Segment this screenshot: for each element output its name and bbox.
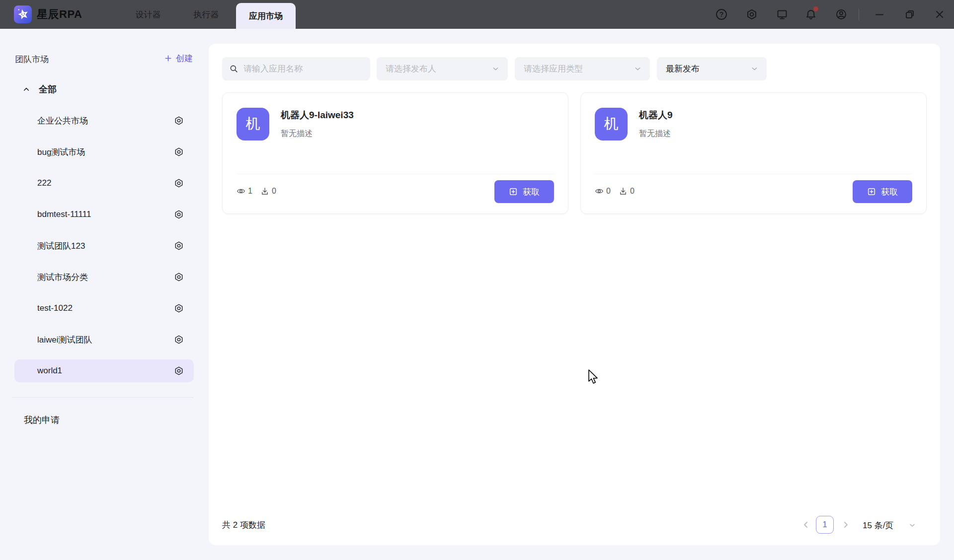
settings-icon[interactable] <box>745 8 758 21</box>
sidebar-item-market[interactable]: test-1022 <box>14 297 194 320</box>
market-settings-icon[interactable] <box>174 335 184 345</box>
market-label: test-1022 <box>37 303 73 313</box>
sidebar-group-all[interactable]: 全部 <box>22 80 57 98</box>
sidebar-divider <box>12 397 194 398</box>
market-settings-icon[interactable] <box>174 241 184 251</box>
sidebar-item-market[interactable]: 测试团队123 <box>14 234 194 257</box>
market-label: 测试市场分类 <box>37 272 88 283</box>
market-label: bug测试市场 <box>37 146 85 158</box>
sidebar-item-market[interactable]: 测试市场分类 <box>14 266 194 288</box>
app-search-field[interactable] <box>222 57 370 80</box>
market-settings-icon[interactable] <box>174 178 184 188</box>
publisher-placeholder: 请选择发布人 <box>386 63 485 74</box>
publisher-select[interactable]: 请选择发布人 <box>377 57 508 80</box>
views-stat: 1 <box>237 187 252 196</box>
market-label: 222 <box>37 178 51 188</box>
market-settings-icon[interactable] <box>174 116 184 126</box>
chevron-up-icon <box>22 85 30 93</box>
sidebar-title: 团队市场 <box>15 54 49 65</box>
app-type-placeholder: 请选择应用类型 <box>524 63 628 74</box>
app-logo-icon <box>14 5 32 23</box>
account-icon[interactable] <box>835 8 848 21</box>
notification-badge-dot <box>813 6 818 11</box>
restore-button[interactable] <box>903 8 916 21</box>
plus-square-icon <box>509 187 518 196</box>
downloads-stat: 0 <box>619 187 635 196</box>
tab-designer[interactable]: 设计器 <box>125 0 171 29</box>
minimize-button[interactable] <box>873 8 886 21</box>
get-app-button[interactable]: 获取 <box>853 180 912 203</box>
card-divider <box>237 174 554 174</box>
market-settings-icon[interactable] <box>174 366 184 376</box>
search-input[interactable] <box>243 64 363 74</box>
card-divider <box>595 174 912 174</box>
sidebar-item-market[interactable]: 企业公共市场 <box>14 109 194 132</box>
sidebar-item-market[interactable]: 222 <box>14 172 194 195</box>
downloads-stat: 0 <box>260 187 276 196</box>
app-description: 暂无描述 <box>281 129 313 139</box>
app-card: 机 机器人9-laiwei33 暂无描述 1 0 获取 <box>222 92 568 214</box>
tab-app-market[interactable]: 应用市场 <box>236 3 296 29</box>
get-app-button[interactable]: 获取 <box>494 180 554 203</box>
app-card: 机 机器人9 暂无描述 0 0 获取 <box>580 92 927 214</box>
download-icon <box>260 187 269 196</box>
sort-select[interactable]: 最新发布 <box>657 57 767 80</box>
market-label: world1 <box>37 366 62 376</box>
total-items-text: 共 2 项数据 <box>222 519 265 531</box>
page-size-select[interactable]: 15 条/页 <box>863 520 893 531</box>
chevron-right-icon <box>841 520 851 530</box>
views-count: 1 <box>248 187 252 196</box>
market-settings-icon[interactable] <box>174 303 184 313</box>
get-button-label: 获取 <box>881 186 898 198</box>
sidebar-item-market[interactable]: bdmtest-11111 <box>14 203 194 226</box>
chevron-down-icon[interactable] <box>908 521 916 529</box>
market-settings-icon[interactable] <box>174 147 184 157</box>
downloads-count: 0 <box>272 187 276 196</box>
app-description: 暂无描述 <box>639 129 671 139</box>
views-count: 0 <box>606 187 611 196</box>
chevron-left-icon <box>801 520 811 530</box>
create-market-button[interactable]: 创建 <box>164 53 193 64</box>
app-stats: 1 0 <box>237 187 276 196</box>
app-title: 星辰RPA <box>37 0 82 29</box>
next-page-button[interactable] <box>841 520 851 530</box>
app-avatar: 机 <box>237 108 269 140</box>
downloads-count: 0 <box>630 187 635 196</box>
prev-page-button[interactable] <box>801 520 811 530</box>
monitor-icon[interactable] <box>776 8 789 21</box>
notifications-icon[interactable] <box>804 8 817 21</box>
chevron-down-icon <box>491 65 500 73</box>
tab-executor[interactable]: 执行器 <box>183 0 229 29</box>
sidebar-item-my-requests[interactable]: 我的申请 <box>24 414 60 426</box>
app-type-select[interactable]: 请选择应用类型 <box>515 57 650 80</box>
app-stats: 0 0 <box>595 187 635 196</box>
eye-icon <box>595 187 604 196</box>
views-stat: 0 <box>595 187 611 196</box>
sidebar-item-market[interactable]: laiwei测试团队 <box>14 328 194 351</box>
get-button-label: 获取 <box>523 186 540 198</box>
group-label: 全部 <box>39 83 57 95</box>
search-icon <box>229 64 238 73</box>
help-icon[interactable]: ? <box>715 8 728 21</box>
title-bar: 星辰RPA 设计器 执行器 应用市场 ? <box>0 0 954 29</box>
sort-value: 最新发布 <box>666 63 744 74</box>
sidebar: 团队市场 创建 全部 企业公共市场 bug测试市场 222 bdmtest-11… <box>0 29 209 560</box>
download-icon <box>619 187 628 196</box>
close-button[interactable] <box>933 8 946 21</box>
market-label: laiwei测试团队 <box>37 334 92 346</box>
market-settings-icon[interactable] <box>174 272 184 282</box>
market-label: 企业公共市场 <box>37 115 88 127</box>
sidebar-item-market-selected[interactable]: world1 <box>14 359 194 382</box>
sidebar-item-market[interactable]: bug测试市场 <box>14 140 194 163</box>
app-avatar: 机 <box>595 108 628 140</box>
app-title: 机器人9-laiwei33 <box>281 109 354 122</box>
market-label: 测试团队123 <box>37 240 85 252</box>
create-label: 创建 <box>176 53 193 64</box>
plus-icon <box>164 54 172 63</box>
chevron-down-icon <box>634 65 642 73</box>
chevron-down-icon <box>750 65 759 73</box>
plus-square-icon <box>867 187 876 196</box>
market-settings-icon[interactable] <box>174 210 184 219</box>
titlebar-divider <box>859 8 859 20</box>
page-number-button[interactable]: 1 <box>816 516 834 534</box>
